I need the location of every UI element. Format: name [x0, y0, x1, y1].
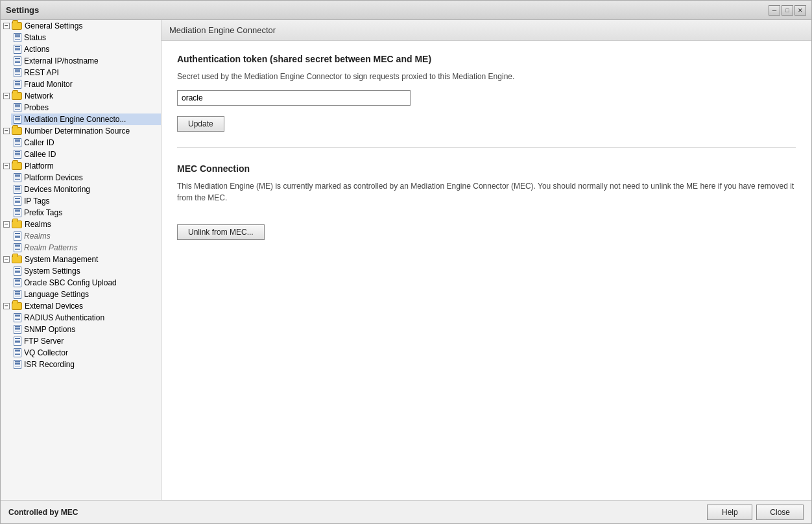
- folder-icon: [12, 127, 22, 135]
- sidebar-item-label: Mediation Engine Connecto...: [24, 115, 126, 124]
- sidebar-item-ftp-server[interactable]: FTP Server: [11, 335, 161, 347]
- sidebar-item-snmp-options[interactable]: SNMP Options: [11, 324, 161, 335]
- expand-icon: −: [3, 23, 10, 29]
- sidebar-item-label: Probes: [24, 103, 49, 112]
- sidebar-group-label: Number Determination Source: [25, 126, 130, 136]
- sidebar-item-ip-tags[interactable]: IP Tags: [11, 195, 161, 207]
- sidebar-item-actions[interactable]: Actions: [11, 43, 161, 55]
- close-window-button[interactable]: ✕: [794, 5, 806, 16]
- sidebar-group-children: Platform DevicesDevices MonitoringIP Tag…: [1, 172, 161, 219]
- sidebar-item-isr-recording[interactable]: ISR Recording: [11, 359, 161, 370]
- sidebar-item-label: Caller ID: [24, 138, 54, 147]
- doc-icon: [14, 232, 21, 241]
- doc-icon: [14, 325, 21, 334]
- folder-icon: [12, 256, 22, 263]
- doc-icon: [14, 56, 21, 66]
- sidebar-item-label: Devices Monitoring: [24, 185, 90, 194]
- doc-icon: [14, 185, 21, 194]
- mec-section-desc: This Mediation Engine (ME) is currently …: [177, 180, 796, 204]
- update-button[interactable]: Update: [177, 116, 224, 132]
- sidebar-group-label: General Settings: [25, 21, 82, 30]
- sidebar-item-external-ip[interactable]: External IP/hostname: [11, 55, 161, 67]
- sidebar-item-label: Language Settings: [24, 290, 89, 299]
- folder-icon: [12, 22, 22, 30]
- folder-icon: [12, 220, 22, 228]
- sidebar-group-general-settings[interactable]: −General Settings: [1, 20, 161, 32]
- close-button[interactable]: Close: [756, 505, 804, 520]
- sidebar-item-realms-item[interactable]: Realms: [11, 230, 161, 242]
- sidebar-group-children: StatusActionsExternal IP/hostnameREST AP…: [1, 32, 161, 90]
- sidebar-group-number-determination-source[interactable]: −Number Determination Source: [1, 125, 161, 137]
- sidebar-item-platform-devices[interactable]: Platform Devices: [11, 172, 161, 184]
- doc-icon: [14, 173, 21, 182]
- doc-icon: [14, 80, 21, 89]
- doc-icon: [14, 313, 21, 322]
- sidebar-item-label: Actions: [24, 45, 49, 54]
- sidebar-group-children: RealmsRealm Patterns: [1, 230, 161, 254]
- unlink-mec-button[interactable]: Unlink from MEC...: [177, 224, 265, 240]
- sidebar-item-mediation-engine-connector[interactable]: Mediation Engine Connecto...: [11, 113, 161, 125]
- help-button[interactable]: Help: [707, 505, 752, 520]
- sidebar-item-status[interactable]: Status: [11, 32, 161, 43]
- doc-icon: [14, 278, 21, 287]
- sidebar-item-label: Status: [24, 33, 46, 42]
- doc-icon: [14, 348, 21, 357]
- sidebar-item-rest-api[interactable]: REST API: [11, 67, 161, 78]
- expand-icon: −: [3, 128, 10, 134]
- sidebar-item-oracle-sbc[interactable]: Oracle SBC Config Upload: [11, 277, 161, 289]
- title-bar: Settings ─ □ ✕: [1, 1, 811, 20]
- main-panel: Mediation Engine Connector Authenticatio…: [161, 20, 811, 500]
- sidebar-group-platform[interactable]: −Platform: [1, 160, 161, 172]
- doc-icon: [14, 267, 21, 276]
- sidebar-group-realms[interactable]: −Realms: [1, 219, 161, 230]
- panel-content: Authentication token (shared secret betw…: [161, 41, 811, 500]
- sidebar-item-devices-monitoring[interactable]: Devices Monitoring: [11, 184, 161, 195]
- sidebar-item-radius-auth[interactable]: RADIUS Authentication: [11, 312, 161, 324]
- sidebar-item-label: SNMP Options: [24, 325, 75, 334]
- auth-section: Authentication token (shared secret betw…: [177, 54, 796, 132]
- sidebar-item-language-settings[interactable]: Language Settings: [11, 289, 161, 300]
- sidebar-item-label: Realm Patterns: [24, 243, 78, 252]
- sidebar-group-system-management[interactable]: −System Management: [1, 254, 161, 265]
- sidebar-item-fraud-monitor[interactable]: Fraud Monitor: [11, 78, 161, 90]
- sidebar[interactable]: −General SettingsStatusActionsExternal I…: [1, 20, 161, 500]
- sidebar-item-label: VQ Collector: [24, 348, 68, 357]
- sidebar-item-label: FTP Server: [24, 337, 64, 346]
- doc-icon: [14, 103, 21, 112]
- sidebar-group-children: System SettingsOracle SBC Config UploadL…: [1, 265, 161, 300]
- sidebar-group-network[interactable]: −Network: [1, 90, 161, 102]
- sidebar-group-external-devices[interactable]: −External Devices: [1, 300, 161, 312]
- panel-header: Mediation Engine Connector: [161, 20, 811, 41]
- sidebar-group-children: Caller IDCallee ID: [1, 137, 161, 160]
- settings-window: Settings ─ □ ✕ −General SettingsStatusAc…: [0, 0, 812, 524]
- auth-token-input[interactable]: [177, 90, 411, 106]
- sidebar-item-label: Oracle SBC Config Upload: [24, 278, 117, 287]
- sidebar-item-probes[interactable]: Probes: [11, 102, 161, 113]
- sidebar-group-label: Realms: [25, 220, 51, 229]
- sidebar-item-label: REST API: [24, 68, 59, 77]
- sidebar-item-label: Callee ID: [24, 150, 56, 159]
- window-controls: ─ □ ✕: [769, 5, 806, 16]
- sidebar-group-children: RADIUS AuthenticationSNMP OptionsFTP Ser…: [1, 312, 161, 370]
- section-divider: [177, 147, 796, 148]
- sidebar-item-label: External IP/hostname: [24, 56, 99, 66]
- sidebar-item-label: Realms: [24, 232, 51, 241]
- sidebar-item-label: ISR Recording: [24, 360, 75, 369]
- window-title: Settings: [6, 5, 39, 15]
- auth-section-desc: Secret used by the Mediation Engine Conn…: [177, 71, 796, 82]
- sidebar-group-label: Network: [25, 91, 53, 101]
- minimize-button[interactable]: ─: [769, 5, 780, 16]
- sidebar-group-label: External Devices: [25, 302, 83, 311]
- sidebar-item-caller-id[interactable]: Caller ID: [11, 137, 161, 149]
- sidebar-item-callee-id[interactable]: Callee ID: [11, 149, 161, 160]
- expand-icon: −: [3, 163, 10, 169]
- restore-button[interactable]: □: [782, 5, 793, 16]
- doc-icon: [14, 150, 21, 159]
- content-area: −General SettingsStatusActionsExternal I…: [1, 20, 811, 500]
- sidebar-item-system-settings[interactable]: System Settings: [11, 265, 161, 277]
- mec-section-title: MEC Connection: [177, 163, 796, 174]
- sidebar-item-vq-collector[interactable]: VQ Collector: [11, 347, 161, 359]
- sidebar-item-prefix-tags[interactable]: Prefix Tags: [11, 207, 161, 219]
- sidebar-item-realm-patterns[interactable]: Realm Patterns: [11, 242, 161, 254]
- doc-icon: [14, 337, 21, 346]
